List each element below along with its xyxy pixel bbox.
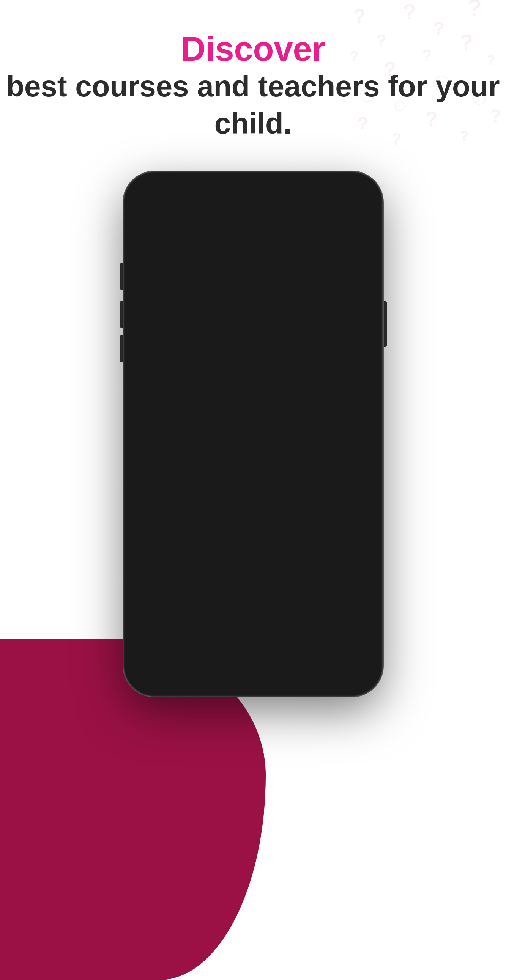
home-nav-item[interactable]: 🏠 Home ▼	[221, 208, 268, 218]
filter-icon: ▼	[337, 235, 343, 241]
signal-bar-2	[333, 191, 334, 194]
background-blob-right	[400, 752, 506, 904]
person-silhouette	[246, 488, 260, 506]
home-dropdown-icon: ▼	[262, 210, 268, 216]
signal-bar-1	[330, 192, 332, 194]
curtain-image	[139, 476, 368, 506]
status-time: 9:41	[145, 186, 160, 195]
avatar-2: 👦	[353, 352, 368, 366]
search-input-wrapper[interactable]: 🔍 Search for courses...	[139, 231, 325, 245]
course-2-name: Phonics and Reading Club	[139, 452, 350, 460]
course-1-text: Elocution & Reading Club Speaking | Read…	[139, 352, 337, 368]
power-button	[384, 301, 387, 347]
course-2-image: ABCDEF Online	[139, 376, 368, 448]
courses-card: Courses	[131, 251, 375, 522]
course-2-text: Phonics and Reading Club Vocabulary | Ph…	[139, 452, 350, 469]
course-1-avatars: 👧 👦	[341, 352, 368, 366]
discover-heading: Discover	[0, 30, 506, 68]
signal-bar-4	[337, 188, 339, 194]
signal-icon	[330, 188, 339, 194]
filter-button[interactable]: ▼ Filters	[330, 231, 368, 245]
private-label: PRIVATE	[139, 336, 368, 348]
menu-button[interactable]	[142, 210, 152, 216]
course-item[interactable]: ABCDEF Online	[139, 376, 368, 469]
status-icons: ▲	[330, 187, 362, 194]
course-2-avatars: 👦	[353, 452, 368, 466]
course-1-name: Elocution & Reading Club	[139, 352, 337, 360]
home-icon: 🏠	[221, 208, 231, 218]
course-1-image: Online PRIVATE	[139, 276, 368, 348]
screen-content: Courses	[131, 251, 375, 522]
nav-right: 👦 ▼	[337, 205, 364, 222]
course-3-image: Online	[139, 476, 368, 506]
avatar-dropdown-icon: ▼	[359, 210, 364, 216]
book-blue	[169, 278, 192, 309]
course-1-tags: Speaking | Reading | Oral Language | Ver…	[139, 361, 337, 368]
blackboard-image: ABCDEF	[139, 376, 368, 448]
course-2-tags: Vocabulary | Phonics | Speaking | Verbal…	[139, 462, 350, 469]
phone-screen: 9:41 ▲	[131, 179, 375, 689]
search-icon: 🔍	[145, 234, 152, 242]
filter-label: Filters	[345, 235, 361, 241]
wifi-icon: ▲	[342, 187, 348, 194]
courses-section-title: Courses	[139, 260, 368, 270]
user-avatar[interactable]: 👦	[337, 205, 355, 222]
online-badge-1: Online	[139, 281, 165, 291]
online-badge-2: Online	[139, 381, 165, 391]
avatar-3: 👦	[353, 452, 368, 466]
course-1-info: Elocution & Reading Club Speaking | Read…	[139, 352, 368, 368]
online-badge-3: Online	[139, 482, 165, 491]
course-2-info: Phonics and Reading Club Vocabulary | Ph…	[139, 452, 368, 469]
silent-button	[120, 336, 123, 362]
headline-section: Discover best courses and teachers for y…	[0, 30, 506, 142]
student-body	[330, 418, 353, 448]
phone-notch	[219, 179, 287, 193]
home-label: Home	[235, 208, 258, 218]
battery-icon	[351, 188, 362, 193]
battery-fill	[353, 189, 359, 192]
course-item[interactable]: Online PRIVATE Elocution & Reading Club …	[139, 276, 368, 368]
student-head	[336, 406, 346, 417]
search-bar-row: 🔍 Search for courses... ▼ Filters	[131, 228, 375, 251]
volume-down-button	[120, 301, 123, 328]
phone-mockup: 9:41 ▲	[124, 172, 382, 696]
volume-up-button	[120, 263, 123, 290]
course-item[interactable]: Online	[139, 476, 368, 506]
subtitle-heading: best courses and teachers for your child…	[0, 68, 506, 142]
search-placeholder-text: Search for courses...	[155, 235, 208, 241]
signal-bar-3	[335, 189, 337, 194]
page-content: Discover best courses and teachers for y…	[0, 0, 506, 696]
nav-bar: 🏠 Home ▼ 👦 ▼	[131, 199, 375, 228]
